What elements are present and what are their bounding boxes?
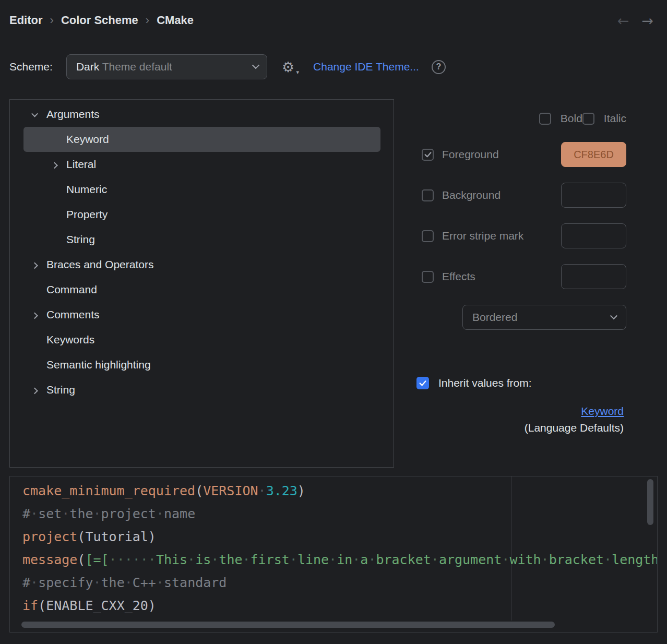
breadcrumb-color-scheme[interactable]: Color Scheme [61,14,138,27]
tree-item[interactable]: Keywords [23,327,380,352]
tree-item[interactable]: Keyword [23,127,380,152]
effects-style-value: Bordered [472,311,517,324]
tree-item[interactable]: String [23,377,380,402]
color-value-field[interactable]: CF8E6D [561,142,626,167]
attribute-label: Background [442,189,501,201]
inherit-row: Inherit values from: [412,377,626,389]
inherit-label: Inherit values from: [438,377,532,389]
chevron-down-icon [610,312,617,319]
inherit-source-context: (Language Defaults) [412,422,626,434]
breadcrumb-cmake: CMake [157,14,194,27]
attribute-options-panel: Bold Italic Foreground CF8E6D [412,99,626,468]
inherit-source-link[interactable]: Keyword [412,405,626,418]
attribute-label: Effects [442,270,475,283]
attribute-checkbox[interactable] [422,230,434,242]
tree-item[interactable]: Semantic highlighting [23,352,380,377]
tree-item-label: Braces and Operators [46,258,153,271]
tree-chevron-icon[interactable] [47,158,61,171]
color-value-text: CF8E6D [574,149,614,161]
breadcrumb-separator-icon: › [50,14,54,27]
code-line: cmake_minimum_required(VERSION·3.23) [22,480,657,503]
back-arrow-icon[interactable] [617,13,629,29]
scheme-editor-content: Arguments Keyword Literal Numeric [9,99,658,468]
tree-chevron-icon[interactable] [28,283,41,296]
preview-pane[interactable]: cmake_minimum_required(VERSION·3.23)#·se… [9,476,658,633]
settings-page: Editor › Color Scheme › CMake Scheme: Da… [0,0,667,644]
color-value-field[interactable] [561,264,626,289]
tree-item-label: Keyword [66,133,109,146]
bold-checkbox[interactable] [539,113,551,125]
tree-chevron-icon[interactable] [28,108,41,121]
breadcrumb-editor[interactable]: Editor [9,14,43,27]
forward-arrow-icon[interactable] [641,13,653,29]
chevron-down-icon [252,62,259,69]
tree-item[interactable]: Braces and Operators [23,252,380,277]
italic-checkbox[interactable] [582,113,594,125]
code-line: if(ENABLE_CXX_20) [22,594,657,617]
history-navigation [617,13,658,29]
tree-item-label: Arguments [46,108,100,121]
tree-item-label: Comments [46,308,100,321]
scheme-label: Scheme: [9,61,53,73]
tree-item[interactable]: Property [23,202,380,227]
scheme-value: Dark [76,61,99,73]
tree-item-label: Semantic highlighting [46,359,151,371]
attribute-checkbox[interactable] [422,271,434,283]
bold-label: Bold [561,112,582,125]
tree-chevron-icon[interactable] [28,358,41,372]
attribute-checkbox[interactable] [422,189,434,201]
tree-chevron-icon[interactable] [47,233,61,246]
breadcrumb-bar: Editor › Color Scheme › CMake [9,0,658,28]
attribute-row: Foreground CF8E6D [412,142,626,167]
tree-chevron-icon[interactable] [47,208,61,221]
help-icon[interactable] [432,60,446,74]
color-value-field[interactable] [561,183,626,208]
tree-item[interactable]: Comments [23,302,380,327]
tree-item[interactable]: Arguments [23,102,380,127]
tree-chevron-icon[interactable] [28,383,41,397]
code-line: message([=[······This·is·the·first·line·… [22,548,657,571]
color-options-tree: Arguments Keyword Literal Numeric [9,99,394,468]
attribute-row: Effects [412,264,626,289]
tree-chevron-icon[interactable] [28,258,41,271]
scheme-row: Scheme: Dark Theme default Change IDE Th… [9,54,658,79]
breadcrumb: Editor › Color Scheme › CMake [9,14,194,27]
tree-item[interactable]: Command [23,277,380,302]
code-sample: cmake_minimum_required(VERSION·3.23)#·se… [10,476,657,617]
tree-chevron-icon[interactable] [47,133,61,146]
code-line: #·specify·the·C++·standard [22,571,657,594]
check-icon [419,379,427,388]
tree-chevron-icon[interactable] [28,308,41,321]
tree-chevron-icon[interactable] [28,333,41,347]
italic-label: Italic [604,112,626,125]
tree-item-label: Literal [66,158,96,171]
attribute-label: Error stripe mark [442,230,523,242]
tree-item[interactable]: Literal [23,152,380,177]
tree-item-label: String [46,384,75,396]
scheme-value-suffix: Theme default [99,61,172,73]
tree-chevron-icon[interactable] [47,183,61,196]
scheme-select[interactable]: Dark Theme default [66,54,267,79]
change-ide-theme-link[interactable]: Change IDE Theme... [313,61,419,73]
inherit-checkbox[interactable] [416,377,429,389]
font-style-row: Bold Italic [412,112,626,125]
attribute-checkbox[interactable] [422,149,434,161]
vertical-scrollbar[interactable] [647,479,653,525]
tree-item-label: Numeric [66,183,107,196]
attribute-row: Background [412,183,626,208]
breadcrumb-separator-icon: › [146,14,149,27]
gear-icon[interactable] [282,60,294,74]
check-icon [423,150,432,159]
attribute-row: Error stripe mark [412,223,626,248]
tree-item-label: Command [46,283,97,296]
horizontal-scrollbar[interactable] [21,622,555,628]
tree-item-label: Keywords [46,333,94,346]
color-value-field[interactable] [561,223,626,248]
tree-item[interactable]: String [23,227,380,252]
code-line: project(Tutorial) [22,526,657,548]
tree-item-label: Property [66,208,108,221]
attribute-rows: Foreground CF8E6D Background [412,142,626,289]
tree-item[interactable]: Numeric [23,177,380,202]
effects-style-select[interactable]: Bordered [462,305,626,330]
tree-item-label: String [66,233,95,246]
